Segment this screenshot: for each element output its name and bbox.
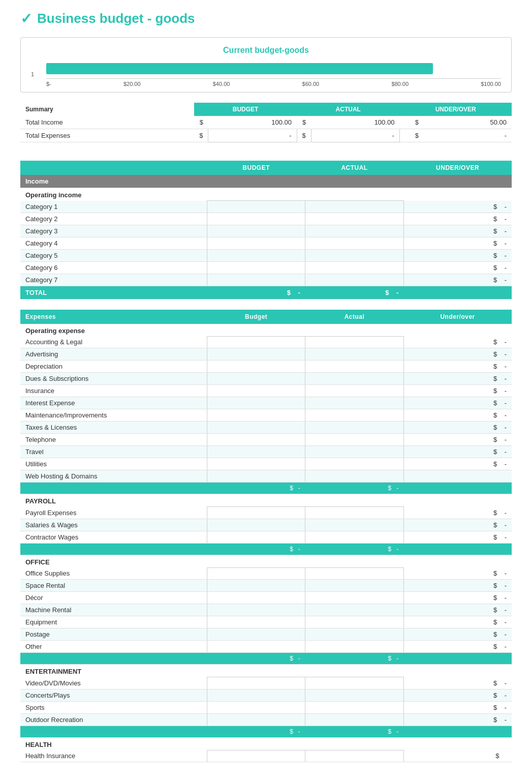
expense-officesupplies-actual[interactable] [305,567,403,580]
expense-machinerental-actual[interactable] [305,604,403,616]
income-category-2-underover: $ - [403,213,512,225]
expense-accounting-actual[interactable] [305,336,403,348]
income-section-label: Income [20,175,512,188]
expense-postage-budget[interactable] [207,628,305,641]
expense-taxes-actual[interactable] [305,422,403,434]
operating-expense-header: Operating expense [20,324,512,337]
expense-postage-actual[interactable] [305,628,403,641]
expense-decor-budget[interactable] [207,592,305,604]
expense-advertising-label: Advertising [20,348,207,361]
expense-machinerental-budget[interactable] [207,604,305,616]
expense-payrollexp-actual[interactable] [305,507,403,519]
income-category-5-actual[interactable] [305,249,403,261]
income-category-2-budget[interactable] [207,213,305,225]
expense-outdoorrecreation-label: Outdoor Recreation [20,713,207,726]
income-category-7-label: Category 7 [20,274,207,286]
expense-travel-actual[interactable] [305,446,403,458]
expense-videodvd-budget[interactable] [207,677,305,689]
expense-row: Payroll Expenses $ - [20,507,512,519]
entertainment-label: ENTERTAINMENT [20,665,512,677]
expense-accounting-budget[interactable] [207,336,305,348]
expense-depreciation-budget[interactable] [207,361,305,373]
summary-underover-header: UNDER/OVER [399,103,512,116]
expense-telephone-budget[interactable] [207,434,305,446]
expense-payrollexp-budget[interactable] [207,507,305,519]
chart-area: 1 $- $20.00 $40.00 $60.00 $80.00 $100.00 [31,62,501,87]
expense-postage-underover: $ - [403,628,512,641]
summary-income-actual-dollar: $ [297,116,311,129]
income-category-3-budget[interactable] [207,225,305,237]
summary-table: Summary BUDGET ACTUAL UNDER/OVER Total I… [20,103,512,142]
expense-equipment-budget[interactable] [207,616,305,628]
operating-subtotal-row: $ - $ - [20,483,512,494]
income-category-2-actual[interactable] [305,213,403,225]
expense-webhosting-actual[interactable] [305,470,403,483]
expense-dues-actual[interactable] [305,373,403,385]
expense-interest-actual[interactable] [305,397,403,409]
income-category-6-actual[interactable] [305,261,403,274]
income-category-1-budget[interactable] [207,201,305,213]
expense-sports-actual[interactable] [305,701,403,713]
expense-outdoorrecreation-actual[interactable] [305,713,403,726]
expense-sports-label: Sports [20,701,207,713]
expense-travel-budget[interactable] [207,446,305,458]
expense-accounting-underover: $ - [403,336,512,348]
expense-maintenance-budget[interactable] [207,409,305,422]
income-category-3-actual[interactable] [305,225,403,237]
summary-actual-header: ACTUAL [297,103,399,116]
income-total-underover [403,286,512,299]
expense-insurance-actual[interactable] [305,385,403,397]
expense-spacerental-actual[interactable] [305,580,403,592]
expense-decor-actual[interactable] [305,592,403,604]
expense-depreciation-actual[interactable] [305,361,403,373]
income-category-1-actual[interactable] [305,201,403,213]
expense-healthinsurance-actual[interactable] [305,750,403,762]
expense-taxes-budget[interactable] [207,422,305,434]
expense-utilities-budget[interactable] [207,458,305,470]
expense-salaries-budget[interactable] [207,519,305,531]
income-category-5-budget[interactable] [207,249,305,261]
income-category-6-budget[interactable] [207,261,305,274]
expense-maintenance-actual[interactable] [305,409,403,422]
expense-contractorwages-actual[interactable] [305,531,403,543]
expense-dues-budget[interactable] [207,373,305,385]
expense-telephone-actual[interactable] [305,434,403,446]
expense-row: Space Rental $ - [20,580,512,592]
expense-utilities-actual[interactable] [305,458,403,470]
expense-insurance-budget[interactable] [207,385,305,397]
expense-spacerental-budget[interactable] [207,580,305,592]
expense-videodvd-underover: $ - [403,677,512,689]
expense-maintenance-label: Maintenance/Improvements [20,409,207,422]
logo-icon: ✓ [20,10,32,27]
expense-contractorwages-budget[interactable] [207,531,305,543]
payroll-subtotal-budget: $ - [207,543,305,555]
income-category-4-actual[interactable] [305,237,403,249]
income-category-4-budget[interactable] [207,237,305,249]
expense-healthinsurance-budget[interactable] [207,750,305,762]
expense-concerts-budget[interactable] [207,689,305,701]
expense-equipment-actual[interactable] [305,616,403,628]
expense-interest-budget[interactable] [207,397,305,409]
expense-outdoorrecreation-budget[interactable] [207,713,305,726]
office-header: OFFICE [20,555,512,567]
expense-officesupplies-budget[interactable] [207,567,305,580]
expense-advertising-actual[interactable] [305,348,403,361]
income-category-7-actual[interactable] [305,274,403,286]
expense-videodvd-actual[interactable] [305,677,403,689]
expense-contractorwages-label: Contractor Wages [20,531,207,543]
expense-officesupplies-label: Office Supplies [20,567,207,580]
expense-row: Accounting & Legal $ - [20,336,512,348]
expense-payrollexp-label: Payroll Expenses [20,507,207,519]
expense-payrollexp-underover: $ - [403,507,512,519]
expense-webhosting-budget[interactable] [207,470,305,483]
expense-other-budget[interactable] [207,641,305,653]
expense-sports-budget[interactable] [207,701,305,713]
expense-other-actual[interactable] [305,641,403,653]
expense-salaries-actual[interactable] [305,519,403,531]
office-subtotal-actual: $ - [305,653,403,665]
expense-concerts-underover: $ - [403,689,512,701]
income-category-7-budget[interactable] [207,274,305,286]
expense-advertising-budget[interactable] [207,348,305,361]
expense-row: Advertising $ - [20,348,512,361]
expense-concerts-actual[interactable] [305,689,403,701]
